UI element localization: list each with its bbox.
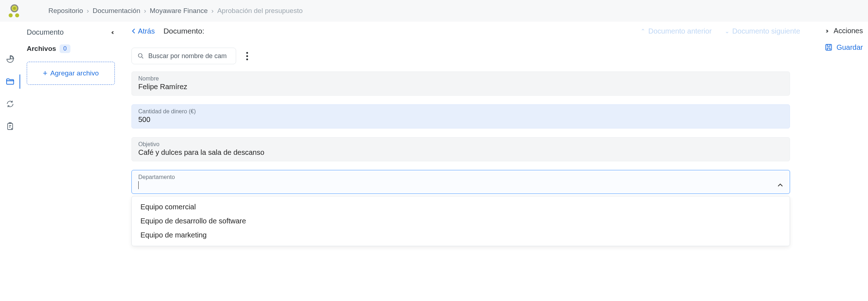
breadcrumb-item[interactable]: Moyaware Finance xyxy=(150,7,208,15)
right-actions-panel: ›› Acciones Guardar xyxy=(810,22,868,301)
rail-form-icon[interactable] xyxy=(5,121,15,131)
next-document-label: Documento siguiente xyxy=(732,27,800,35)
main-content: Atrás Documento: ⌃ Documento anterior ⌄ … xyxy=(121,22,810,301)
breadcrumb-item-current: Aprobación del presupuesto xyxy=(217,7,303,15)
text-cursor xyxy=(138,181,139,189)
top-bar: Repositorio › Documentación › Moyaware F… xyxy=(0,0,868,22)
prev-document-label: Documento anterior xyxy=(648,27,712,35)
field-label: Cantidad de dinero (€) xyxy=(138,108,783,115)
search-icon xyxy=(138,52,144,60)
breadcrumb: Repositorio › Documentación › Moyaware F… xyxy=(48,7,303,15)
rail-sync-icon[interactable] xyxy=(5,99,15,109)
field-name[interactable]: Nombre Felipe Ramírez xyxy=(131,71,790,96)
chevron-right-icon: › xyxy=(211,7,213,15)
back-label: Atrás xyxy=(138,27,155,35)
field-value: Café y dulces para la sala de descanso xyxy=(138,148,783,157)
files-count-badge: 0 xyxy=(60,44,70,53)
svg-point-1 xyxy=(138,53,142,57)
field-goal[interactable]: Objetivo Café y dulces para la sala de d… xyxy=(131,137,790,161)
document-nav: ⌃ Documento anterior ⌄ Documento siguien… xyxy=(641,27,800,35)
rail-folder-icon[interactable] xyxy=(5,77,15,87)
field-label: Nombre xyxy=(138,75,783,82)
collapse-panel-icon[interactable]: ‹‹ xyxy=(111,29,113,36)
actions-button[interactable]: ›› Acciones xyxy=(826,27,863,35)
more-options-button[interactable] xyxy=(244,50,250,62)
files-section-label: Archivos xyxy=(27,45,56,53)
dropdown-option[interactable]: Equipo de marketing xyxy=(132,228,790,242)
save-button[interactable]: Guardar xyxy=(824,43,863,52)
field-label: Departamento xyxy=(138,174,783,180)
chevron-up-icon[interactable] xyxy=(777,183,783,187)
document-title: Documento: xyxy=(164,27,204,35)
search-field[interactable] xyxy=(131,48,236,64)
chevron-up-icon: ⌃ xyxy=(641,28,645,35)
field-value: 500 xyxy=(138,115,783,124)
back-button[interactable]: Atrás xyxy=(131,27,155,35)
add-file-label: Agregar archivo xyxy=(50,69,99,77)
left-rail xyxy=(0,22,20,301)
field-amount[interactable]: Cantidad de dinero (€) 500 xyxy=(131,104,790,128)
department-dropdown: Equipo comercial Equipo de desarrollo de… xyxy=(131,196,790,246)
next-document-button[interactable]: ⌄ Documento siguiente xyxy=(725,27,800,35)
chevron-right-icon: › xyxy=(87,7,89,15)
side-panel: Documento ‹‹ Archivos 0 + Agregar archiv… xyxy=(20,22,121,301)
field-label: Objetivo xyxy=(138,141,783,148)
side-panel-title: Documento xyxy=(27,28,64,36)
chevron-right-icon: › xyxy=(144,7,146,15)
add-file-button[interactable]: + Agregar archivo xyxy=(27,62,115,85)
dropdown-option[interactable]: Equipo de desarrollo de software xyxy=(132,214,790,228)
app-logo xyxy=(7,4,22,18)
prev-document-button[interactable]: ⌃ Documento anterior xyxy=(641,27,712,35)
dropdown-option[interactable]: Equipo comercial xyxy=(132,200,790,214)
field-department[interactable]: Departamento xyxy=(131,170,790,194)
save-label: Guardar xyxy=(837,43,863,52)
search-input[interactable] xyxy=(148,52,230,60)
field-value: Felipe Ramírez xyxy=(138,83,783,91)
rail-dashboard-icon[interactable] xyxy=(5,54,15,64)
breadcrumb-item[interactable]: Repositorio xyxy=(48,7,83,15)
actions-label: Acciones xyxy=(834,27,863,35)
expand-icon: ›› xyxy=(826,27,827,35)
chevron-down-icon: ⌄ xyxy=(725,28,729,35)
svg-rect-2 xyxy=(826,44,832,50)
breadcrumb-item[interactable]: Documentación xyxy=(92,7,140,15)
save-icon xyxy=(824,43,833,52)
